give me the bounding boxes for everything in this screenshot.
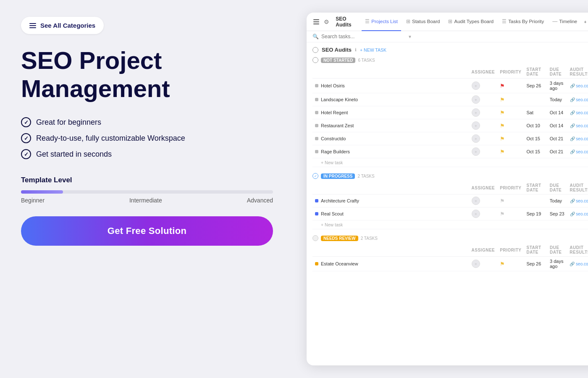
table-row: Rage Builders ○ ⚑ Oct 15 Oct 21 🔗 seo.co…	[312, 145, 588, 158]
tab-tasks-by-priority[interactable]: ☰ Tasks By Priority	[499, 13, 547, 31]
categories-button[interactable]: See All Categories	[21, 17, 104, 34]
in-progress-badge: IN PROGRESS	[321, 173, 355, 179]
section-header: SEO Audits ℹ + NEW TASK	[312, 47, 588, 53]
plus-view-button[interactable]: + View	[584, 19, 588, 24]
table-row: Hotel Osiris ○ ⚑ Sep 26 3 days ago 🔗 seo…	[312, 79, 588, 93]
due-date: 3 days ago	[547, 257, 567, 271]
feature-item-1: Great for beginners	[21, 117, 286, 127]
table-row: Architecture Crafty ○ ⚑ Today 🔗 seo.com	[312, 194, 588, 207]
assignee-avatar: ○	[472, 95, 480, 104]
right-panel: ⚙ SEO Audits ☰ Projects List ⊞ Status Bo…	[307, 0, 588, 378]
tab-projects-list[interactable]: ☰ Projects List	[362, 13, 401, 31]
due-date: Oct 14	[547, 119, 567, 132]
col-due-date: DUE DATE	[547, 244, 567, 257]
priority-flag: ⚑	[500, 149, 505, 155]
col-priority: PRIORITY	[497, 244, 524, 257]
check-icon-1	[21, 117, 31, 127]
tab-timeline[interactable]: — Timeline	[549, 13, 580, 31]
assignee-avatar: ○	[472, 147, 480, 156]
col-name	[312, 181, 469, 194]
get-free-solution-button[interactable]: Get Free Solution	[21, 216, 273, 246]
group-in-progress: IN PROGRESS 2 TASKS	[312, 173, 588, 179]
search-input[interactable]	[321, 34, 405, 39]
not-started-table: ASSIGNEE PRIORITY START DATE DUE DATE AU…	[312, 66, 588, 167]
in-progress-circle	[312, 173, 318, 179]
due-date: Oct 14	[547, 106, 567, 119]
task-name: Architecture Crafty	[321, 198, 359, 203]
start-date: Sep 26	[524, 79, 547, 93]
new-task-row[interactable]: + New task	[312, 158, 588, 167]
audit-link[interactable]: 🔗 seo.com	[570, 84, 588, 88]
new-task-label[interactable]: + New task	[312, 158, 588, 167]
tab-icon-audit: ⊞	[448, 18, 452, 24]
info-icon: ℹ	[355, 47, 357, 52]
chevron-down-icon: ▼	[408, 34, 412, 39]
tab-status-board[interactable]: ⊞ Status Board	[403, 13, 443, 31]
task-dot	[315, 84, 318, 87]
features-list: Great for beginners Ready-to-use, fully …	[21, 117, 286, 159]
col-assignee: ASSIGNEE	[469, 244, 498, 257]
task-name: Hotel Osiris	[321, 83, 345, 88]
not-started-circle	[312, 57, 318, 63]
start-date	[524, 93, 547, 106]
check-icon-2	[21, 133, 31, 143]
task-dot	[315, 137, 318, 140]
nav-gear-icon[interactable]: ⚙	[322, 16, 331, 27]
start-date: Oct 10	[524, 119, 547, 132]
assignee-avatar: ○	[472, 81, 480, 90]
due-date: Today	[547, 93, 567, 106]
start-date	[524, 194, 547, 207]
audit-link[interactable]: 🔗 seo.com	[570, 97, 588, 102]
in-progress-count: 2 TASKS	[357, 174, 374, 178]
table-row: Restaurant Zest ○ ⚑ Oct 10 Oct 14 🔗 seo.…	[312, 119, 588, 132]
needs-review-badge: NEEDS REVIEW	[321, 236, 358, 241]
audit-link[interactable]: 🔗 seo.com	[570, 199, 588, 203]
col-audit-results: AUDIT RESULTS	[567, 181, 588, 194]
audit-link[interactable]: 🔗 seo.com	[570, 212, 588, 216]
task-dot	[315, 111, 318, 114]
tab-icon-status: ⊞	[406, 18, 410, 24]
task-name: Rage Builders	[321, 149, 350, 154]
new-task-label[interactable]: + New task	[312, 220, 588, 229]
audit-link[interactable]: 🔗 seo.com	[570, 123, 588, 128]
app-nav: ⚙ SEO Audits ☰ Projects List ⊞ Status Bo…	[307, 13, 588, 31]
new-task-link[interactable]: + NEW TASK	[360, 47, 386, 52]
nav-hamburger-icon[interactable]	[312, 16, 320, 28]
task-dot	[315, 98, 318, 101]
start-date: Sep 19	[524, 207, 547, 220]
due-date: 3 days ago	[547, 79, 567, 93]
search-bar: 🔍 ▼	[307, 31, 588, 42]
table-row: Real Scout ○ ⚑ Sep 19 Sep 23 🔗 seo.com	[312, 207, 588, 220]
categories-label: See All Categories	[40, 22, 95, 29]
section-title: SEO Audits	[322, 47, 352, 53]
tab-icon-projects: ☰	[365, 18, 370, 24]
task-dot	[315, 212, 318, 215]
col-name	[312, 66, 469, 79]
task-name: Hotel Regent	[321, 110, 348, 115]
assignee-avatar: ○	[472, 197, 480, 205]
assignee-avatar: ○	[472, 121, 480, 130]
task-dot	[315, 199, 318, 202]
table-row: Landscape Kineto ○ ⚑ Today 🔗 seo.com	[312, 93, 588, 106]
nav-seo-audits[interactable]: SEO Audits	[332, 16, 360, 28]
audit-link[interactable]: 🔗 seo.com	[570, 136, 588, 141]
col-assignee: ASSIGNEE	[469, 66, 498, 79]
level-intermediate: Intermediate	[129, 197, 162, 204]
search-icon: 🔍	[312, 34, 319, 39]
needs-review-circle	[312, 235, 318, 241]
col-start-date: START DATE	[524, 181, 547, 194]
col-due-date: DUE DATE	[547, 181, 567, 194]
new-task-row[interactable]: + New task	[312, 220, 588, 229]
group-not-started: NOT STARTED 6 TASKS	[312, 57, 588, 63]
col-start-date: START DATE	[524, 66, 547, 79]
task-name: Real Scout	[321, 211, 344, 216]
audit-link[interactable]: 🔗 seo.com	[570, 110, 588, 115]
template-level-label: Template Level	[21, 176, 286, 184]
app-window: ⚙ SEO Audits ☰ Projects List ⊞ Status Bo…	[307, 13, 588, 365]
feature-item-2: Ready-to-use, fully customizable Workspa…	[21, 133, 286, 143]
task-name: Landscape Kineto	[321, 97, 358, 102]
audit-link[interactable]: 🔗 seo.com	[570, 150, 588, 154]
tab-audit-types-board[interactable]: ⊞ Audit Types Board	[445, 13, 497, 31]
col-priority: PRIORITY	[497, 66, 524, 79]
audit-link[interactable]: 🔗 seo.com	[570, 262, 588, 266]
